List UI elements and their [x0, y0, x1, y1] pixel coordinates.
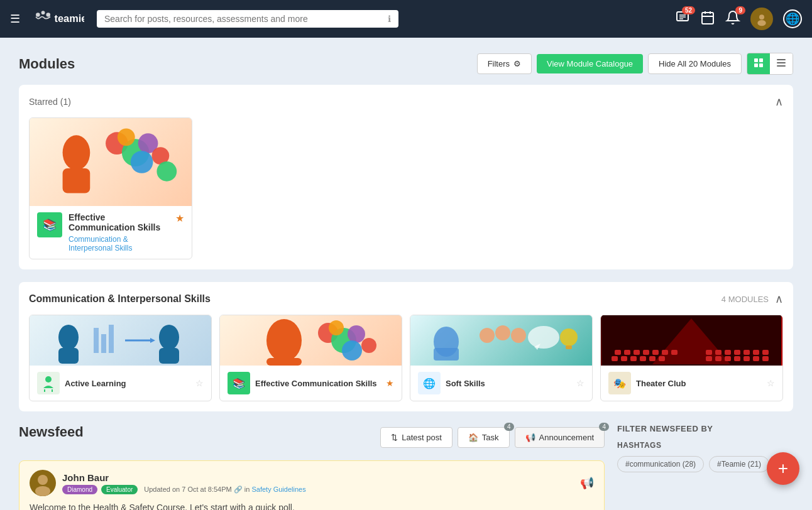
collapse-starred-icon[interactable]: ∧	[775, 95, 783, 109]
module-title-eff-comm: Effective Communication Skills	[255, 379, 381, 388]
diamond-badge: Diamond	[62, 485, 97, 494]
starred-card-title: Effective Communication Skills	[69, 212, 169, 232]
filters-button[interactable]: Filters ⚙	[477, 53, 532, 74]
modules-section-header: Modules Filters ⚙ View Module Catalogue …	[19, 53, 793, 75]
comm-section-header: Communication & Interpersonal Skills 4 M…	[29, 292, 783, 306]
announcement-label: Announcement	[539, 433, 594, 442]
starred-card-info: Effective Communication Skills Communica…	[69, 212, 169, 252]
posts-icon-wrapper[interactable]: 52	[675, 10, 690, 28]
newsfeed-title: Newsfeed	[19, 424, 84, 440]
svg-point-13	[757, 20, 765, 26]
eff-comm-star[interactable]: ★	[386, 378, 394, 388]
search-bar[interactable]: ℹ	[97, 10, 398, 28]
svg-rect-71	[734, 350, 740, 355]
svg-rect-65	[652, 350, 659, 355]
starred-header[interactable]: Starred (1) ∧	[29, 95, 783, 109]
list-icon	[776, 58, 786, 68]
announcement-tab[interactable]: 📢 Announcement 4	[515, 427, 605, 448]
comm-section-controls: 4 MODULES ∧	[721, 292, 783, 306]
svg-rect-8	[702, 13, 713, 24]
main-content: Modules Filters ⚙ View Module Catalogue …	[0, 38, 812, 510]
globe-icon-wrapper[interactable]: 🌐	[783, 9, 802, 28]
announcement-badge: 4	[599, 423, 609, 431]
app-logo[interactable]: teamie	[28, 8, 84, 30]
svg-rect-82	[715, 356, 721, 361]
active-learning-star[interactable]: ☆	[195, 378, 204, 388]
module-card-soft-skills[interactable]: 🌐 Soft Skills ☆	[410, 315, 593, 401]
task-tab[interactable]: 🏠 Task 4	[458, 427, 510, 448]
svg-rect-58	[566, 345, 572, 349]
svg-rect-31	[58, 348, 79, 364]
module-title-theater: Theater Club	[636, 379, 762, 388]
hamburger-menu-icon[interactable]: ☰	[10, 12, 20, 26]
svg-point-39	[45, 376, 52, 382]
svg-point-25	[118, 128, 135, 146]
svg-rect-17	[759, 63, 763, 67]
newsfeed-tabs: ⇅ Latest post 🏠 Task 4 📢 Announcement 4	[380, 427, 605, 448]
notifications-icon-wrapper[interactable]: 9	[725, 10, 740, 28]
module-card-body-eff-comm: 📚 Effective Communication Skills ★	[220, 366, 402, 401]
module-card-eff-comm[interactable]: 📚 Effective Communication Skills ★	[219, 315, 402, 401]
view-catalogue-button[interactable]: View Module Catalogue	[537, 54, 643, 73]
svg-point-53	[495, 325, 510, 340]
svg-rect-20	[777, 65, 786, 67]
svg-rect-77	[630, 356, 637, 361]
svg-point-46	[329, 320, 344, 335]
svg-point-27	[131, 151, 153, 173]
svg-point-48	[342, 340, 362, 361]
starred-card-body: 📚 Effective Communication Skills Communi…	[30, 206, 192, 259]
globe-icon: 🌐	[783, 9, 802, 28]
post-location-link[interactable]: Safety Guidelines	[251, 486, 305, 493]
module-card-body-soft-skills: 🌐 Soft Skills ☆	[410, 366, 592, 401]
modules-title: Modules	[19, 56, 75, 72]
avatar-wrapper[interactable]	[750, 8, 773, 30]
soft-skills-star[interactable]: ☆	[576, 378, 584, 388]
svg-point-54	[511, 328, 526, 343]
svg-rect-81	[706, 356, 712, 361]
hide-modules-button[interactable]: Hide All 20 Modules	[648, 53, 742, 74]
module-card-theater[interactable]: 🎭 Theater Club ☆	[600, 315, 783, 401]
svg-rect-84	[734, 356, 740, 361]
hashtags-title: HASHTAGS	[617, 441, 793, 450]
task-icon: 🏠	[468, 433, 478, 442]
svg-rect-63	[634, 350, 640, 355]
list-view-button[interactable]	[770, 53, 793, 74]
starred-card-star[interactable]: ★	[175, 212, 184, 224]
svg-marker-38	[150, 338, 155, 343]
starred-card-subtitle: Communication & Interpersonal Skills	[69, 235, 169, 252]
announcement-icon: 📢	[525, 433, 535, 442]
svg-rect-74	[762, 350, 769, 355]
hashtag-chip-1[interactable]: #Teamie (21)	[709, 456, 769, 472]
collapse-comm-icon[interactable]: ∧	[775, 292, 783, 306]
search-input[interactable]	[104, 14, 383, 24]
svg-point-42	[266, 319, 302, 362]
svg-rect-75	[612, 356, 618, 361]
svg-rect-18	[777, 59, 786, 60]
svg-point-21	[63, 135, 91, 170]
svg-rect-69	[715, 350, 721, 355]
svg-rect-73	[753, 350, 759, 355]
starred-card-icon: 📚	[37, 212, 62, 237]
latest-post-label: Latest post	[402, 433, 442, 442]
newsfeed-main: Newsfeed ⇅ Latest post 🏠 Task 4 📢 Announ…	[19, 424, 605, 510]
soft-skills-icon: 🌐	[418, 372, 441, 394]
svg-rect-43	[266, 358, 302, 366]
svg-point-52	[480, 328, 495, 343]
starred-module-card[interactable]: 📚 Effective Communication Skills Communi…	[29, 117, 192, 259]
svg-point-0	[36, 13, 40, 17]
svg-point-1	[41, 11, 45, 14]
module-image-eff-comm	[220, 315, 402, 366]
svg-point-12	[759, 14, 764, 19]
soft-skills-banner	[410, 315, 592, 366]
module-card-active-learning[interactable]: Active Learning ☆	[29, 315, 212, 401]
svg-rect-72	[743, 350, 750, 355]
svg-rect-19	[777, 62, 786, 63]
grid-view-button[interactable]	[747, 53, 770, 74]
post-card: John Baur Diamond Evaluator Updated on 7…	[19, 460, 605, 510]
hashtag-chip-0[interactable]: #communication (28)	[617, 456, 704, 472]
theater-star[interactable]: ☆	[767, 378, 775, 388]
svg-rect-86	[753, 356, 759, 361]
latest-post-tab[interactable]: ⇅ Latest post	[380, 427, 453, 448]
calendar-icon-wrapper[interactable]	[700, 10, 715, 28]
fab-add-button[interactable]: +	[767, 452, 799, 485]
